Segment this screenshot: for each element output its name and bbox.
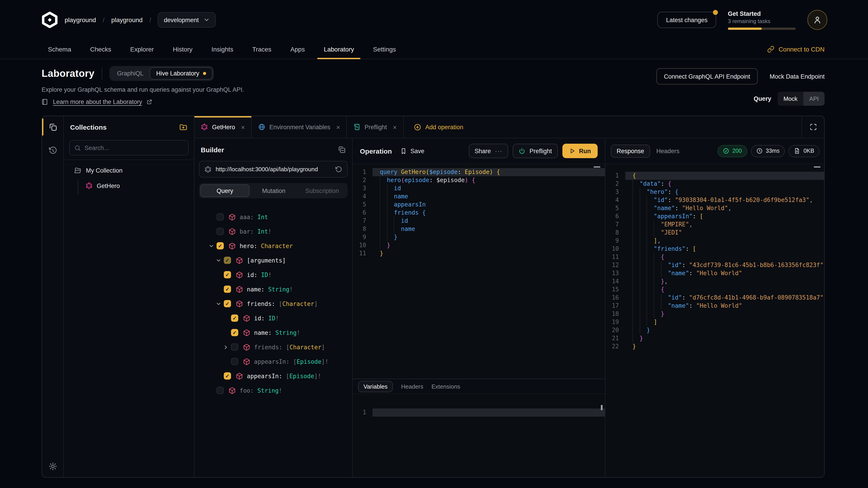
mode-api[interactable]: API (803, 92, 825, 106)
variables-editor[interactable]: 1 (352, 394, 605, 477)
nav-item[interactable]: Schema (48, 40, 71, 59)
field-checkbox[interactable] (217, 213, 224, 221)
field-checkbox[interactable] (217, 242, 224, 250)
query-editor[interactable]: 1 query GetHero($episode: Episode) { 2 h… (352, 164, 605, 379)
op-type-subscription[interactable]: Subscription (298, 184, 346, 197)
collapse-builder-icon[interactable] (338, 145, 346, 154)
history-rail-icon[interactable] (49, 146, 57, 155)
schema-tree-row[interactable]: appearsIn: [Episode]! (194, 354, 352, 369)
save-label: Save (410, 148, 425, 154)
schema-tree-row[interactable]: foo: String! (194, 383, 352, 398)
preflight-button[interactable]: Preflight (513, 144, 558, 158)
nav-item[interactable]: Insights (212, 40, 234, 59)
op-type-query[interactable]: Query (200, 184, 250, 197)
nav-item[interactable]: Traces (252, 40, 272, 59)
settings-gear-icon[interactable] (49, 462, 57, 471)
field-checkbox[interactable] (231, 315, 238, 322)
op-type-mutation[interactable]: Mutation (250, 184, 298, 197)
collapse-editor-handle[interactable] (814, 166, 820, 168)
tab-extensions[interactable]: Extensions (432, 383, 460, 390)
new-collection-folder-plus-icon[interactable] (179, 123, 188, 131)
collection-folder-item[interactable]: My Collection (74, 167, 123, 174)
connect-to-cdn-button[interactable]: Connect to CDN (767, 46, 825, 53)
tab-headers[interactable]: Headers (401, 383, 423, 390)
schema-tree-row[interactable]: bar: Int! (194, 224, 352, 238)
field-checkbox[interactable] (224, 300, 231, 307)
tab-variables[interactable]: Variables (358, 381, 393, 392)
collection-operation-item[interactable]: GetHero (86, 182, 120, 189)
field-checkbox[interactable] (224, 372, 231, 380)
get-started-widget[interactable]: Get Started 3 remaining tasks (728, 10, 796, 30)
close-tab-icon[interactable]: × (241, 123, 245, 131)
nav-item[interactable]: Laboratory (324, 40, 354, 59)
latest-changes-button[interactable]: Latest changes (657, 12, 716, 28)
line-content: { (625, 172, 825, 180)
run-button[interactable]: Run (562, 144, 598, 158)
schema-tree-row[interactable]: aaa: Int (194, 210, 352, 224)
breadcrumb-project[interactable]: playground (111, 16, 143, 24)
schema-tree-row[interactable]: [arguments] (194, 253, 352, 267)
target-selector[interactable]: development (158, 12, 216, 28)
nav-item[interactable]: Explorer (130, 40, 154, 59)
schema-tree-row[interactable]: friends: [Character] (194, 296, 352, 311)
tab-environment-variables[interactable]: Environment Variables × (252, 116, 347, 138)
toggle-graphiql[interactable]: GraphiQL (111, 67, 150, 79)
chevron-icon[interactable] (215, 257, 222, 263)
breadcrumb-org[interactable]: playground (65, 16, 96, 24)
nav-item[interactable]: Apps (290, 40, 305, 59)
endpoint-url-input[interactable] (216, 166, 331, 173)
save-button[interactable]: Save (400, 148, 425, 154)
add-operation-button[interactable]: Add operation (413, 116, 463, 138)
share-menu-dots[interactable]: ··· (495, 148, 502, 154)
schema-tree-row[interactable]: name: String! (194, 282, 352, 296)
schema-tree-row[interactable]: appearsIn: [Episode]! (194, 369, 352, 383)
schema-tree-row[interactable]: id: ID! (194, 267, 352, 282)
schema-tree-row[interactable]: name: String! (194, 325, 352, 340)
tab-response-headers[interactable]: Headers (656, 148, 680, 154)
search-input[interactable] (85, 144, 184, 151)
tab-gethero[interactable]: GetHero × (194, 116, 252, 138)
tab-response[interactable]: Response (611, 144, 650, 158)
operation-tabstrip: GetHero × Environment Variables × Prefli… (194, 116, 824, 138)
collapse-editor-handle[interactable] (594, 166, 600, 168)
line-content: "id": "d76cfc8d-41b1-4968-b9af-089078351… (625, 294, 825, 302)
field-checkbox[interactable] (231, 358, 238, 365)
share-button[interactable]: Share ··· (469, 144, 508, 158)
mock-data-endpoint-button[interactable]: Mock Data Endpoint (770, 73, 825, 80)
line-content: name (373, 225, 605, 233)
field-checkbox[interactable] (231, 344, 238, 351)
scrollbar-thumb[interactable] (601, 405, 602, 410)
learn-more-link[interactable]: Learn more about the Laboratory (41, 98, 153, 105)
close-tab-icon[interactable]: × (393, 123, 397, 131)
toggle-hive-laboratory[interactable]: Hive Laboratory (150, 67, 213, 79)
field-type: [Character] (286, 344, 325, 350)
nav-item-label: Schema (48, 46, 71, 53)
field-checkbox[interactable] (217, 387, 224, 394)
response-viewer[interactable]: 1 { 2 "data": { 3 "hero": { 4 "id": "930… (605, 164, 825, 477)
close-tab-icon[interactable]: × (336, 123, 340, 131)
collections-rail-icon[interactable] (49, 123, 57, 131)
schema-tree-row[interactable]: hero: Character (194, 238, 352, 253)
nav-item[interactable]: Settings (373, 40, 396, 59)
chevron-icon[interactable] (215, 301, 222, 306)
connect-graphql-endpoint-button[interactable]: Connect GraphQL API Endpoint (656, 68, 758, 85)
nav-item[interactable]: History (173, 40, 192, 59)
field-checkbox[interactable] (224, 257, 231, 264)
schema-tree-row[interactable]: id: ID! (194, 311, 352, 325)
nav-item[interactable]: Checks (90, 40, 111, 59)
field-checkbox[interactable] (231, 329, 238, 336)
mode-mock[interactable]: Mock (778, 92, 803, 106)
field-checkbox[interactable] (217, 228, 224, 235)
refresh-schema-icon[interactable] (335, 166, 342, 173)
field-name: hero: (240, 242, 257, 249)
field-checkbox[interactable] (224, 286, 231, 293)
schema-tree-row[interactable]: friends: [Character] (194, 340, 352, 354)
chevron-icon[interactable] (222, 344, 229, 350)
fullscreen-button[interactable] (802, 116, 824, 138)
nav-item-label: Insights (212, 46, 234, 53)
field-checkbox[interactable] (224, 271, 231, 278)
user-avatar[interactable] (807, 10, 827, 30)
tab-preflight[interactable]: Preflight × (347, 116, 404, 138)
hive-logo-icon[interactable] (41, 12, 58, 28)
chevron-icon[interactable] (208, 243, 215, 249)
